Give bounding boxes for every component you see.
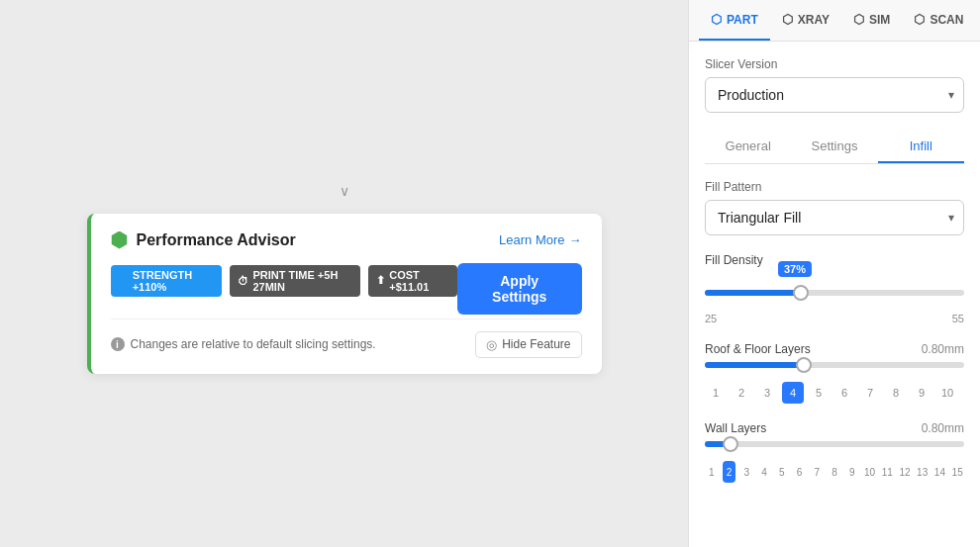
badge-list: STRENGTH +110% ⏱ PRINT TIME +5H 27MIN ⬆ … <box>111 265 457 297</box>
collapse-chevron[interactable]: ∨ <box>340 183 349 199</box>
slicer-version-row: Slicer Version Production ▾ <box>705 57 964 113</box>
wall-layers-unit: 0.80mm <box>922 421 964 435</box>
roof-floor-row: Roof & Floor Layers 0.80mm 1 2 3 4 5 6 7… <box>705 342 964 404</box>
apply-settings-button[interactable]: Apply Settings <box>457 263 582 315</box>
wall-layers-num-13[interactable]: 13 <box>916 461 930 483</box>
part-icon: ⬡ <box>711 12 722 27</box>
wall-layers-num-4[interactable]: 4 <box>757 461 771 483</box>
badges-row: STRENGTH +110% ⏱ PRINT TIME +5H 27MIN ⬆ … <box>111 263 582 315</box>
roof-floor-track <box>705 362 964 368</box>
wall-layers-label: Wall Layers <box>705 421 766 435</box>
tab-part[interactable]: ⬡ PART <box>699 0 770 41</box>
roof-floor-num-1[interactable]: 1 <box>705 382 727 404</box>
wall-layers-num-8[interactable]: 8 <box>828 461 841 483</box>
tab-settings[interactable]: Settings <box>791 131 877 163</box>
info-icon: i <box>111 337 125 351</box>
wall-layers-num-11[interactable]: 11 <box>880 461 894 483</box>
tab-general[interactable]: General <box>705 131 791 163</box>
wall-layers-numbers: 1 2 3 4 5 6 7 8 9 10 11 12 13 14 15 <box>705 461 964 483</box>
fill-pattern-select-wrapper: Triangular Fill ▾ <box>705 200 964 235</box>
fill-pattern-label: Fill Pattern <box>705 180 964 194</box>
roof-floor-num-6[interactable]: 6 <box>833 382 855 404</box>
wall-layers-num-7[interactable]: 7 <box>810 461 824 483</box>
wall-layers-num-10[interactable]: 10 <box>863 461 877 483</box>
slicer-version-select-wrapper: Production ▾ <box>705 77 964 113</box>
tab-sim[interactable]: ⬡ SIM <box>841 0 902 41</box>
fill-density-thumb[interactable]: 37% <box>793 285 809 301</box>
roof-floor-numbers: 1 2 3 4 5 6 7 8 9 10 <box>705 382 964 404</box>
fill-density-row: Fill Density 37% 25 55 <box>705 253 964 324</box>
roof-floor-num-3[interactable]: 3 <box>756 382 778 404</box>
roof-floor-unit: 0.80mm <box>922 342 964 356</box>
right-content: Slicer Version Production ▾ General Sett… <box>689 42 980 547</box>
wall-layers-num-14[interactable]: 14 <box>933 461 947 483</box>
wall-layers-num-2[interactable]: 2 <box>723 461 736 483</box>
fill-density-fill <box>705 290 801 296</box>
wall-layers-thumb[interactable] <box>723 436 738 452</box>
tab-infill[interactable]: Infill <box>878 131 964 163</box>
fill-pattern-select[interactable]: Triangular Fill <box>705 200 964 235</box>
badge-cost: ⬆ COST +$11.01 <box>368 265 457 297</box>
right-panel: ⬡ PART ⬡ XRAY ⬡ SIM ⬡ SCAN Slicer Versio… <box>688 0 980 547</box>
fill-pattern-row: Fill Pattern Triangular Fill ▾ <box>705 180 964 235</box>
wall-layers-num-6[interactable]: 6 <box>793 461 807 483</box>
footer-note: i Changes are relative to default slicin… <box>111 337 376 351</box>
roof-floor-num-5[interactable]: 5 <box>808 382 830 404</box>
wall-layers-header: Wall Layers 0.80mm <box>705 421 964 435</box>
eye-icon: ◎ <box>486 337 497 352</box>
fill-density-bubble: 37% <box>778 261 812 277</box>
roof-floor-label: Roof & Floor Layers <box>705 342 811 356</box>
hide-feature-button[interactable]: ◎ Hide Feature <box>475 331 581 358</box>
fill-density-slider-area: 37% 25 55 <box>705 277 964 324</box>
roof-floor-fill <box>705 362 804 368</box>
card-footer: i Changes are relative to default slicin… <box>111 319 582 358</box>
wall-layers-num-9[interactable]: 9 <box>845 461 859 483</box>
slicer-version-select[interactable]: Production <box>705 77 964 113</box>
roof-floor-header: Roof & Floor Layers 0.80mm <box>705 342 964 356</box>
tab-scan[interactable]: ⬡ SCAN <box>902 0 975 41</box>
wall-layers-num-5[interactable]: 5 <box>775 461 789 483</box>
roof-floor-thumb[interactable] <box>796 357 812 373</box>
roof-floor-num-9[interactable]: 9 <box>911 382 932 404</box>
badge-strength: STRENGTH +110% <box>111 265 223 297</box>
strength-icon <box>119 275 129 287</box>
time-icon: ⏱ <box>238 275 248 287</box>
roof-floor-num-10[interactable]: 10 <box>936 382 958 404</box>
wall-layers-row: Wall Layers 0.80mm 1 2 3 4 5 6 7 8 9 10 <box>705 421 964 483</box>
cost-icon: ⬆ <box>376 274 385 287</box>
performance-card: Performance Advisor Learn More → STRENGT… <box>87 214 602 374</box>
sub-tab-bar: General Settings Infill <box>705 131 964 164</box>
roof-floor-num-4[interactable]: 4 <box>782 382 804 404</box>
wall-layers-num-3[interactable]: 3 <box>739 461 753 483</box>
card-title: Performance Advisor <box>137 231 296 249</box>
top-tab-bar: ⬡ PART ⬡ XRAY ⬡ SIM ⬡ SCAN <box>689 0 980 42</box>
fill-density-labels: 25 55 <box>705 313 964 324</box>
learn-more-link[interactable]: Learn More → <box>499 232 581 247</box>
badge-print-time: ⏱ PRINT TIME +5H 27MIN <box>230 265 360 297</box>
roof-floor-num-8[interactable]: 8 <box>885 382 907 404</box>
performance-icon <box>111 231 129 249</box>
wall-layers-track <box>705 441 964 447</box>
slicer-version-label: Slicer Version <box>705 57 964 71</box>
wall-layers-num-15[interactable]: 15 <box>950 461 964 483</box>
wall-layers-num-1[interactable]: 1 <box>705 461 719 483</box>
fill-density-max-label: 55 <box>952 313 964 324</box>
fill-density-min-label: 25 <box>705 313 717 324</box>
card-header: Performance Advisor Learn More → <box>111 231 582 249</box>
scan-icon: ⬡ <box>914 12 925 27</box>
tab-xray[interactable]: ⬡ XRAY <box>770 0 841 41</box>
roof-floor-num-7[interactable]: 7 <box>859 382 881 404</box>
wall-layers-num-12[interactable]: 12 <box>898 461 912 483</box>
card-title-group: Performance Advisor <box>111 231 296 249</box>
sim-icon: ⬡ <box>853 12 864 27</box>
fill-density-label: Fill Density <box>705 253 964 267</box>
xray-icon: ⬡ <box>782 12 793 27</box>
roof-floor-num-2[interactable]: 2 <box>731 382 752 404</box>
left-panel: ∨ Performance Advisor Learn More → STREN… <box>0 0 688 547</box>
fill-density-track: 37% <box>705 290 964 296</box>
